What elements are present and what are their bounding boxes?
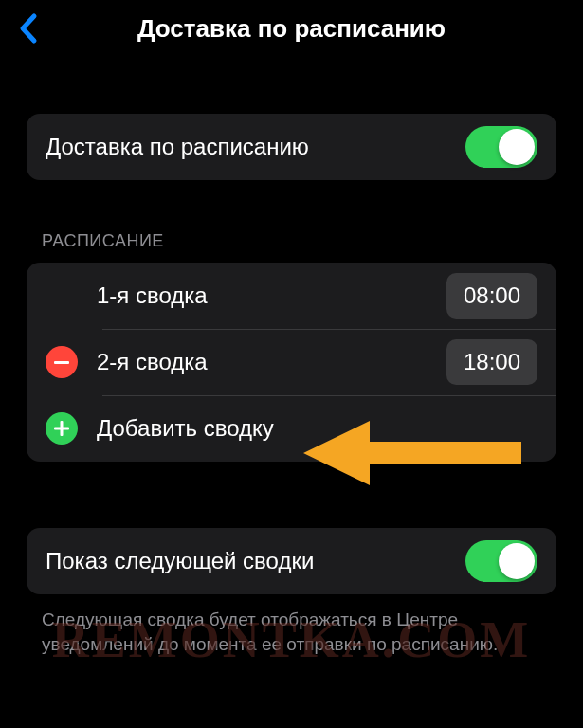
toggle-knob — [499, 543, 535, 579]
page-header: Доставка по расписанию — [0, 0, 583, 57]
add-summary-icon — [46, 412, 78, 445]
scheduled-delivery-group: Доставка по расписанию — [27, 114, 556, 180]
remove-summary-icon[interactable] — [46, 346, 78, 378]
next-summary-row: Показ следующей сводки — [27, 528, 556, 594]
summary-2-time[interactable]: 18:00 — [446, 339, 537, 385]
summary-1-label: 1-я сводка — [97, 282, 446, 309]
scheduled-delivery-label: Доставка по расписанию — [46, 134, 465, 160]
page-title: Доставка по расписанию — [137, 14, 446, 44]
add-summary-label: Добавить сводку — [97, 415, 537, 442]
scheduled-delivery-row: Доставка по расписанию — [27, 114, 556, 180]
toggle-knob — [499, 129, 535, 165]
next-summary-group: Показ следующей сводки — [27, 528, 556, 594]
summary-row-1: 1-я сводка 08:00 — [27, 263, 556, 329]
back-button[interactable] — [9, 9, 47, 47]
next-summary-label: Показ следующей сводки — [46, 548, 465, 574]
next-summary-footer: Следующая сводка будет отображаться в Це… — [42, 608, 541, 656]
schedule-group: 1-я сводка 08:00 2-я сводка 18:00 Добави… — [27, 263, 556, 462]
schedule-section-header: РАСПИСАНИЕ — [42, 231, 541, 251]
chevron-left-icon — [18, 12, 39, 45]
summary-1-time[interactable]: 08:00 — [446, 273, 537, 318]
next-summary-toggle[interactable] — [465, 540, 537, 582]
add-summary-row[interactable]: Добавить сводку — [27, 395, 556, 462]
scheduled-delivery-toggle[interactable] — [465, 126, 537, 168]
summary-2-label: 2-я сводка — [97, 349, 446, 375]
summary-row-2: 2-я сводка 18:00 — [27, 329, 556, 395]
